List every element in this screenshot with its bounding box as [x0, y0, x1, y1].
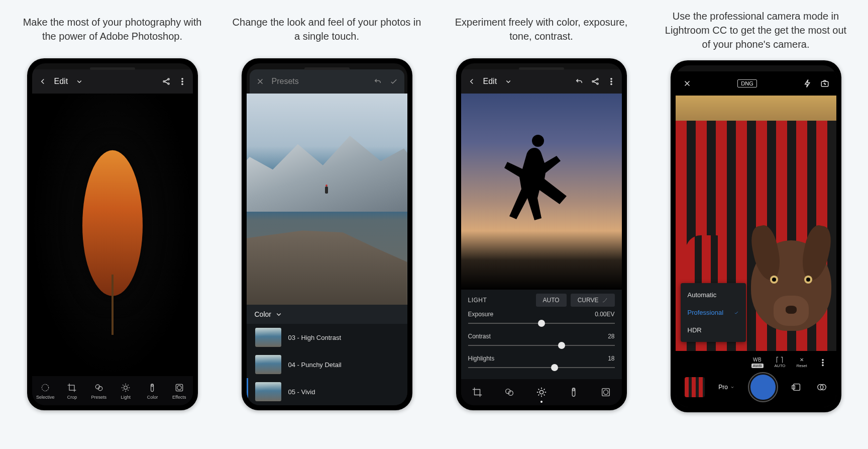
dancer-silhouette [496, 131, 587, 241]
overlap-icon[interactable] [816, 382, 827, 393]
more-icon[interactable] [178, 77, 187, 86]
chevron-down-icon[interactable] [75, 77, 84, 86]
mode-hdr[interactable]: HDR [681, 321, 746, 339]
slider-track[interactable] [468, 319, 615, 328]
camera-bottombar: WB AWB ⎡ ⎤ AUTO ✕ Reset [676, 351, 836, 407]
close-icon[interactable] [256, 77, 265, 86]
photo-fjord[interactable] [247, 94, 407, 305]
screen-title[interactable]: Edit [483, 77, 497, 86]
screen-title[interactable]: Edit [54, 77, 68, 86]
preset-label: 03 - High Contrast [288, 334, 342, 341]
svg-point-11 [152, 385, 153, 386]
mode-professional[interactable]: Professional [681, 304, 746, 321]
camera-mode-menu: Automatic Professional HDR [681, 283, 746, 342]
svg-point-13 [177, 385, 181, 389]
slider-name: Contrast [468, 333, 491, 340]
svg-point-26 [603, 390, 608, 394]
focus-control[interactable]: ⎡ ⎤ AUTO [775, 357, 786, 368]
tool-label: Crop [67, 395, 77, 400]
svg-point-4 [181, 81, 182, 82]
slider-highlights[interactable]: Highlights18 [468, 355, 615, 372]
mode-selector[interactable]: Pro [718, 384, 735, 391]
color-icon [147, 382, 158, 393]
presets-icon [93, 382, 104, 393]
preset-thumb [255, 382, 281, 401]
tool-light[interactable]: Light [113, 382, 138, 400]
filters-icon[interactable] [791, 382, 802, 393]
caption-4: Use the professional camera mode in Ligh… [656, 9, 856, 51]
preset-high-contrast[interactable]: 03 - High Contrast [247, 324, 407, 351]
chevron-down-icon[interactable] [504, 77, 513, 86]
preset-punchy-detail[interactable]: 04 - Punchy Detail [247, 351, 407, 378]
phone-frame-3: Edit LIGHT AUTO [456, 58, 627, 410]
slider-knob[interactable] [551, 364, 558, 371]
screen-2: Presets Color 03 - High [247, 63, 407, 405]
presets-title: Presets [272, 77, 299, 86]
auto-button[interactable]: AUTO [536, 294, 567, 307]
tool-color[interactable]: Color [140, 382, 165, 400]
svg-point-16 [597, 83, 598, 84]
reset-control[interactable]: ✕ Reset [797, 357, 807, 368]
mode-automatic[interactable]: Automatic [681, 286, 746, 304]
photo-sunset[interactable] [461, 94, 622, 290]
switch-camera-icon[interactable] [820, 79, 829, 88]
preset-list: 03 - High Contrast 04 - Punchy Detail 05… [247, 324, 407, 405]
column-2: Change the look and feel of your photos … [227, 0, 427, 412]
svg-point-17 [610, 78, 611, 79]
effects-icon[interactable] [600, 387, 611, 398]
curve-button[interactable]: CURVE [571, 294, 615, 307]
slider-knob[interactable] [558, 342, 565, 349]
svg-point-14 [592, 81, 594, 82]
svg-point-18 [610, 81, 611, 82]
undo-icon[interactable] [373, 77, 382, 86]
hair [676, 96, 836, 121]
last-photo-thumb[interactable] [685, 377, 705, 397]
slider-value: 28 [608, 333, 614, 340]
slider-exposure[interactable]: Exposure0.00EV [468, 311, 615, 328]
tool-effects[interactable]: Effects [167, 382, 192, 400]
selective-icon [40, 382, 51, 393]
svg-point-1 [168, 78, 169, 80]
preset-vivid[interactable]: 05 - Vivid [247, 378, 407, 405]
edit-category-bar [461, 379, 622, 405]
phone-frame-4: DNG A [671, 60, 841, 412]
camera-topbar: DNG [676, 71, 836, 96]
close-icon[interactable] [683, 79, 692, 88]
check-icon[interactable] [389, 77, 398, 86]
preset-category-selector[interactable]: Color [247, 305, 407, 324]
edit-toolbar: Selective Crop Presets Light [32, 376, 193, 405]
color-icon[interactable] [568, 387, 579, 398]
screen-4: DNG A [676, 65, 836, 407]
svg-point-9 [124, 386, 128, 389]
screen-3: Edit LIGHT AUTO [461, 63, 622, 405]
share-icon[interactable] [162, 77, 171, 86]
slider-track[interactable] [468, 341, 615, 350]
more-icon[interactable] [607, 77, 616, 86]
photo-leaf[interactable] [32, 94, 193, 376]
slider-value: 0.00EV [595, 311, 614, 318]
presets-icon[interactable] [504, 387, 515, 398]
share-icon[interactable] [591, 77, 600, 86]
preset-thumb [255, 328, 281, 347]
phone-frame-2: Presets Color 03 - High [242, 58, 412, 410]
undo-icon[interactable] [575, 77, 584, 86]
flash-icon[interactable] [803, 79, 812, 88]
light-icon[interactable] [536, 387, 547, 398]
slider-contrast[interactable]: Contrast28 [468, 333, 615, 350]
section-label: LIGHT [468, 297, 487, 304]
back-arrow-icon[interactable] [467, 77, 476, 86]
tool-presets[interactable]: Presets [86, 382, 112, 400]
shutter-button[interactable] [749, 373, 777, 401]
svg-point-28 [822, 360, 823, 361]
dng-badge[interactable]: DNG [737, 79, 756, 87]
more-icon[interactable] [818, 358, 827, 367]
wb-control[interactable]: WB AWB [751, 357, 764, 368]
mountain [247, 127, 407, 212]
slider-track[interactable] [468, 363, 615, 372]
slider-knob[interactable] [538, 320, 545, 327]
tool-crop[interactable]: Crop [59, 382, 84, 400]
svg-point-24 [573, 389, 575, 391]
crop-icon[interactable] [472, 387, 483, 398]
back-arrow-icon[interactable] [38, 77, 47, 86]
tool-selective[interactable]: Selective [33, 382, 58, 400]
